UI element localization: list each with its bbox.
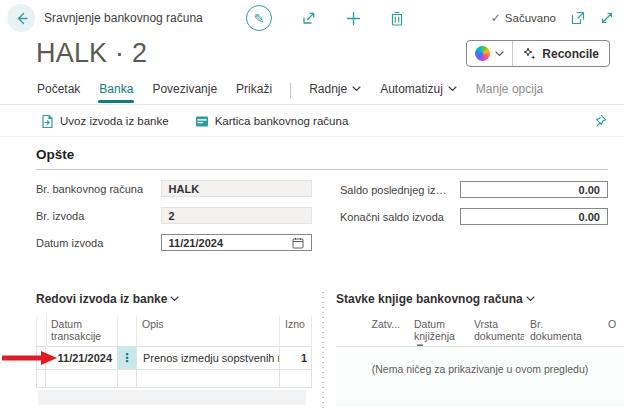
share-icon bbox=[301, 10, 317, 26]
field-label: Datum izvoda bbox=[36, 237, 149, 249]
top-right-group: ✓ Sačuvano bbox=[491, 0, 614, 36]
top-bar: Sravnjenje bankovnog računa ✎ bbox=[0, 0, 624, 36]
chevron-down-icon bbox=[448, 86, 457, 92]
field-ending-balance: Konačni saldo izvoda 0.00 bbox=[340, 208, 608, 225]
field-label: Konačni saldo izvoda bbox=[340, 211, 448, 223]
expand-icon bbox=[600, 11, 614, 25]
chevron-down-icon bbox=[352, 86, 361, 92]
reconcile-split-button: Reconcile bbox=[466, 40, 610, 67]
statement-lines-header-row: Datum transakcije Opis Izno bbox=[36, 316, 312, 347]
field-label: Saldo poslednjeg izvo... bbox=[340, 184, 448, 196]
back-arrow-icon bbox=[14, 11, 29, 26]
chevron-down-icon bbox=[526, 296, 535, 302]
check-icon: ✓ bbox=[491, 11, 501, 25]
bank-card-action[interactable]: Kartica bankovnog računa bbox=[195, 115, 349, 128]
menu-automatizuj-label: Automatizuj bbox=[380, 82, 443, 96]
column-header-document-type[interactable]: Vrsta dokumenta bbox=[468, 316, 524, 346]
right-pane-title: Stavke knjige bankovnog računa bbox=[336, 292, 523, 306]
column-header-amount[interactable]: Izno bbox=[280, 316, 312, 346]
table-footer-strip bbox=[38, 390, 306, 405]
import-statement-label: Uvoz izvoda iz banke bbox=[60, 115, 169, 127]
posting-date-label: Datum knjiženja bbox=[414, 318, 455, 342]
field-statement-date: Datum izvoda 11/21/2024 bbox=[36, 234, 312, 251]
ledger-entries-table: Zatv... Datum knjiženja Vrsta dokumenta … bbox=[336, 316, 624, 407]
amount-cell[interactable]: 1 bbox=[280, 347, 312, 369]
empty-state-message: (Nema ničeg za prikazivanje u ovom pregl… bbox=[372, 363, 589, 407]
fullscreen-button[interactable] bbox=[600, 11, 614, 25]
field-last-statement-balance: Saldo poslednjeg izvo... 0.00 bbox=[340, 181, 608, 198]
bank-reconciliation-page: Sravnjenje bankovnog računa ✎ bbox=[0, 0, 624, 408]
save-status: ✓ Sačuvano bbox=[491, 11, 556, 25]
back-button[interactable] bbox=[7, 4, 35, 32]
import-document-icon bbox=[40, 114, 54, 129]
ribbon-tabs: Početak Banka Povezivanje Prikaži Radnje… bbox=[0, 80, 624, 105]
share-button[interactable] bbox=[301, 10, 317, 26]
statement-no-value: 2 bbox=[161, 207, 312, 224]
field-bank-account-no: Br. bankovnog računa HALK bbox=[36, 180, 312, 197]
column-header-posting-date[interactable]: Datum knjiženja bbox=[408, 316, 468, 346]
column-header-description[interactable]: Opis bbox=[137, 316, 280, 346]
statement-line-empty-row[interactable] bbox=[36, 370, 312, 388]
more-options[interactable]: Manje opcija bbox=[475, 80, 544, 102]
column-header-transaction-date[interactable]: Datum transakcije bbox=[46, 316, 118, 346]
field-statement-no: Br. izvoda 2 bbox=[36, 207, 312, 224]
last-statement-balance-input[interactable]: 0.00 bbox=[460, 181, 608, 198]
transaction-date-cell[interactable]: 11/21/2024 bbox=[46, 347, 118, 369]
action-bar: Uvoz izvoda iz banke Kartica bankovnog r… bbox=[0, 106, 624, 137]
ending-balance-input[interactable]: 0.00 bbox=[460, 208, 608, 225]
field-label: Br. izvoda bbox=[36, 210, 149, 222]
tab-povezivanje[interactable]: Povezivanje bbox=[151, 80, 218, 102]
pin-icon bbox=[592, 113, 608, 129]
menu-radnje[interactable]: Radnje bbox=[308, 80, 362, 102]
sparkle-icon bbox=[523, 47, 536, 60]
calendar-icon[interactable] bbox=[292, 237, 304, 249]
delete-button[interactable] bbox=[390, 11, 404, 26]
tab-divider bbox=[290, 83, 291, 98]
bank-card-icon bbox=[195, 115, 209, 128]
top-action-icons: ✎ bbox=[246, 0, 404, 36]
filter-icon bbox=[416, 344, 424, 346]
page-title: HALK · 2 bbox=[36, 38, 147, 69]
plus-icon bbox=[346, 11, 361, 26]
statement-date-value: 11/21/2024 bbox=[169, 237, 223, 249]
bank-card-label: Kartica bankovnog računa bbox=[215, 115, 349, 127]
statement-date-input[interactable]: 11/21/2024 bbox=[161, 234, 312, 251]
left-pane-title: Redovi izvoda iz banke bbox=[36, 292, 167, 306]
copilot-menu-button[interactable] bbox=[467, 41, 513, 66]
open-in-window-button[interactable] bbox=[571, 11, 585, 25]
chevron-down-icon bbox=[170, 296, 179, 302]
section-opste-header[interactable]: Opšte bbox=[36, 147, 608, 170]
ledger-entries-header-row: Zatv... Datum knjiženja Vrsta dokumenta … bbox=[336, 316, 624, 347]
statement-lines-table: Datum transakcije Opis Izno 11/21/2024 ⋮… bbox=[36, 316, 312, 388]
reconcile-label: Reconcile bbox=[542, 47, 599, 61]
tab-prikazi[interactable]: Prikaži bbox=[235, 80, 273, 102]
ledger-entries-body: (Nema ničeg za prikazivanje u ovom pregl… bbox=[336, 347, 624, 407]
column-header-description-clipped[interactable]: O bbox=[586, 316, 624, 346]
menu-automatizuj[interactable]: Automatizuj bbox=[379, 80, 458, 102]
row-menu-button[interactable]: ⋮ bbox=[118, 347, 137, 369]
chevron-down-icon bbox=[495, 51, 504, 57]
copilot-icon bbox=[475, 46, 490, 61]
column-header-document-no[interactable]: Br. dokumenta bbox=[524, 316, 586, 346]
row-selector-cell[interactable] bbox=[36, 347, 46, 369]
menu-radnje-label: Radnje bbox=[309, 82, 347, 96]
import-statement-action[interactable]: Uvoz izvoda iz banke bbox=[40, 114, 169, 129]
right-pane-header[interactable]: Stavke knjige bankovnog računa bbox=[336, 292, 535, 306]
pane-separator bbox=[322, 290, 324, 408]
reconcile-button[interactable]: Reconcile bbox=[513, 41, 609, 66]
new-button[interactable] bbox=[346, 11, 361, 26]
column-header-row-menu bbox=[118, 316, 137, 346]
tab-pocetak[interactable]: Početak bbox=[36, 80, 81, 102]
pencil-icon: ✎ bbox=[254, 11, 265, 26]
edit-button[interactable]: ✎ bbox=[246, 5, 272, 31]
unpin-button[interactable] bbox=[592, 113, 608, 129]
saved-label: Sačuvano bbox=[505, 12, 556, 24]
description-cell[interactable]: Prenos izmedju sopstvenih rac... bbox=[137, 347, 280, 369]
popout-icon bbox=[571, 11, 585, 25]
statement-line-row: 11/21/2024 ⋮ Prenos izmedju sopstvenih r… bbox=[36, 347, 312, 370]
left-pane-header[interactable]: Redovi izvoda iz banke bbox=[36, 292, 179, 306]
trash-icon bbox=[390, 11, 404, 26]
field-label: Br. bankovnog računa bbox=[36, 183, 149, 195]
column-header-closed[interactable]: Zatv... bbox=[336, 316, 408, 346]
tab-banka[interactable]: Banka bbox=[98, 80, 134, 102]
